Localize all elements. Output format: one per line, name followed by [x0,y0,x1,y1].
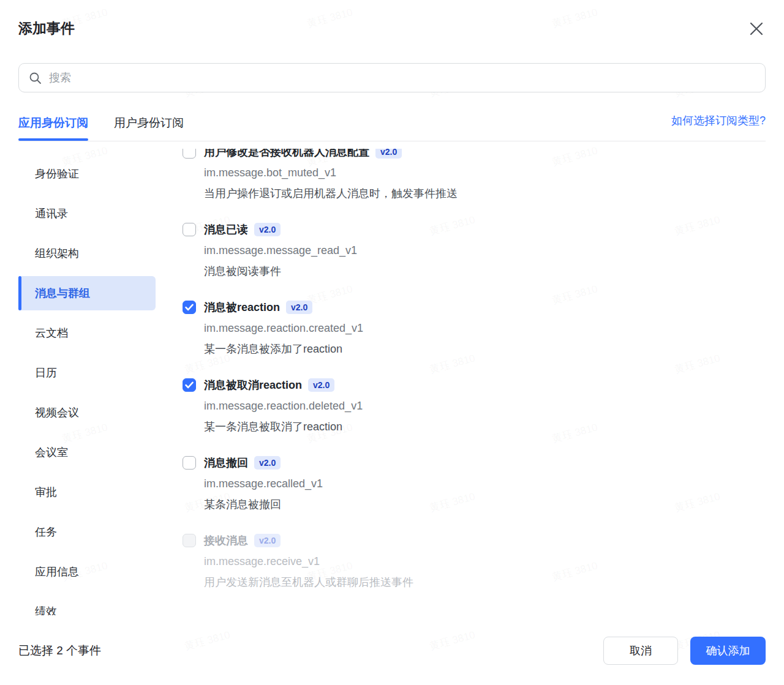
event-item: 消息撤回 v2.0 im.message.recalled_v1 某条消息被撤回 [183,455,766,533]
version-badge: v2.0 [286,301,312,314]
event-code: im.message.receive_v1 [204,553,413,569]
event-checkbox[interactable] [183,149,196,159]
event-code: im.message.recalled_v1 [204,476,323,492]
event-checkbox[interactable] [183,534,196,547]
dialog-header: 添加事件 [18,18,766,39]
event-item: 消息已读 v2.0 im.message.message_read_v1 消息被… [183,222,766,299]
event-item: 接收消息 v2.0 im.message.receive_v1 用户发送新消息至… [183,533,766,610]
event-code: im.message.message_read_v1 [204,242,357,258]
event-item: 用户修改是否接收机器人消息配置 v2.0 im.message.bot_mute… [183,149,766,222]
subscription-help-link[interactable]: 如何选择订阅类型? [671,113,766,141]
tab-list: 应用身份订阅 用户身份订阅 [18,115,184,141]
sidebar-item[interactable]: 审批 [18,475,156,509]
event-title: 消息已读 [204,222,248,238]
event-item: 消息被reaction v2.0 im.message.reaction.cre… [183,299,766,377]
event-description: 用户发送新消息至机器人或群聊后推送事件 [204,574,413,590]
event-checkbox[interactable] [183,223,196,236]
sidebar-item[interactable]: 消息与群组 [18,276,156,310]
sidebar-item[interactable]: 视频会议 [18,395,156,430]
search-box[interactable] [18,63,766,92]
event-title: 消息被取消reaction [204,377,302,393]
version-badge: v2.0 [254,534,281,547]
event-description: 当用户操作退订或启用机器人消息时，触发事件推送 [204,185,458,201]
event-code: im.message.reaction.created_v1 [204,320,363,336]
event-description: 某一条消息被取消了reaction [204,419,363,435]
event-checkbox[interactable] [183,301,196,314]
event-description: 消息被阅读事件 [204,263,357,279]
sidebar-item[interactable]: 通讯录 [18,197,156,231]
tabs-row: 应用身份订阅 用户身份订阅 如何选择订阅类型? [18,104,766,141]
sidebar-item[interactable]: 任务 [18,515,156,549]
add-event-dialog: 黄珏 3810黄珏 3810黄珏 3810黄珏 3810黄珏 3810黄珏 38… [0,0,784,685]
version-badge: v2.0 [308,378,334,392]
sidebar-item[interactable]: 身份验证 [18,157,156,191]
cancel-button[interactable]: 取消 [603,637,678,665]
version-badge: v2.0 [375,149,402,159]
sidebar-item[interactable]: 日历 [18,356,156,390]
sidebar-item[interactable]: 绩效 [18,594,156,615]
selected-count: 已选择 2 个事件 [18,643,101,659]
event-code: im.message.bot_muted_v1 [204,165,458,181]
tab[interactable]: 应用身份订阅 [18,115,88,141]
page-title: 添加事件 [18,18,75,39]
sidebar-item[interactable]: 云文档 [18,316,156,350]
event-title: 消息被reaction [204,299,280,315]
event-checkbox[interactable] [183,378,196,392]
event-title: 用户修改是否接收机器人消息配置 [204,149,369,160]
content-area: 身份验证 通讯录 组织架构 消息与群组 云文档 日历 视频会议 会议室 审批 任… [18,149,766,615]
sidebar-item[interactable]: 应用信息 [18,555,156,589]
event-item: 消息被取消reaction v2.0 im.message.reaction.d… [183,377,766,455]
event-description: 某条消息被撤回 [204,496,323,512]
event-description: 某一条消息被添加了reaction [204,341,363,357]
event-checkbox[interactable] [183,456,196,470]
event-title: 消息撤回 [204,455,248,471]
event-list: 用户修改是否接收机器人消息配置 v2.0 im.message.bot_mute… [183,149,766,615]
search-icon [29,72,42,84]
sidebar-item[interactable]: 组织架构 [18,236,156,271]
confirm-add-button[interactable]: 确认添加 [690,637,766,665]
dialog-footer: 已选择 2 个事件 取消 确认添加 [18,637,766,665]
search-input[interactable] [49,72,755,84]
event-title: 接收消息 [204,533,248,548]
close-icon[interactable] [747,20,766,38]
version-badge: v2.0 [254,223,281,236]
tab[interactable]: 用户身份订阅 [114,115,184,141]
version-badge: v2.0 [254,456,281,470]
sidebar-item[interactable]: 会议室 [18,435,156,470]
category-sidebar: 身份验证 通讯录 组织架构 消息与群组 云文档 日历 视频会议 会议室 审批 任… [18,149,156,615]
event-code: im.message.reaction.deleted_v1 [204,398,363,414]
